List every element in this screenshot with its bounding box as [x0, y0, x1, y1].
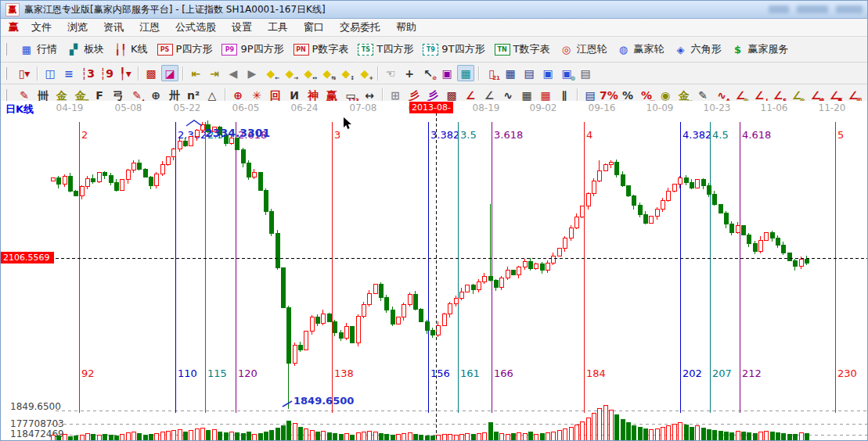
tool-pattern-tool-button[interactable]: ▦	[457, 65, 474, 81]
percent-tool-icon: 7%	[600, 90, 618, 101]
tool-first-page-button[interactable]: ⇤	[187, 65, 204, 81]
candle-body	[471, 285, 475, 290]
menu-item-6[interactable]: 工具	[260, 20, 296, 35]
window-title: 赢家江恩专业版[赢家内部服务平台] - [上证指数 SH1A0001-167日K…	[24, 3, 326, 16]
title-bar[interactable]: 赢 赢家江恩专业版[赢家内部服务平台] - [上证指数 SH1A0001-167…	[1, 1, 867, 19]
tool-next-page-button[interactable]: ▶	[243, 65, 261, 81]
tool-export-print-button[interactable]: ▤	[577, 65, 594, 81]
candle-body	[597, 170, 601, 181]
tool-cube-tool-button[interactable]: ▣	[438, 65, 456, 81]
tool-scroll-left-button[interactable]: ◆←	[262, 65, 279, 81]
grid-tool-icon: 卌	[38, 90, 49, 101]
tb-winner-service-button[interactable]: $赢家服务	[726, 41, 793, 58]
candle-body	[747, 235, 751, 243]
tb-t-table-button[interactable]: TNT数字表	[490, 41, 555, 58]
tool-expand-v-button[interactable]: ◆↕	[337, 65, 355, 81]
bow-tool-icon: 弓	[113, 90, 124, 101]
menu-item-8[interactable]: 交易委托	[332, 20, 388, 35]
tool-scroll-right-button[interactable]: ◆→	[281, 65, 298, 81]
tool-combine-3-button[interactable]: ┆3	[79, 65, 96, 81]
volume-bar	[540, 433, 544, 441]
tool-calculator-button[interactable]: ▦	[502, 65, 519, 81]
kline-chart-canvas[interactable]: 1849.65001777087031184724692922.3821102.…	[1, 101, 868, 441]
menu-item-4[interactable]: 公式选股	[167, 20, 224, 35]
toolbar-separator	[182, 66, 183, 81]
menu-item-9[interactable]: 帮助	[388, 20, 424, 35]
volume-bar	[494, 432, 498, 441]
tool-calendar-button[interactable]: ▯21	[483, 65, 500, 81]
tool-single-candle-button[interactable]: ╿▾	[117, 65, 134, 81]
tool-notepad-button[interactable]: ▤	[520, 65, 538, 81]
tool-expand-h-button[interactable]: ◆↔	[300, 65, 317, 81]
tb-9t-square-button[interactable]: T99T四方形	[418, 41, 489, 58]
toolbar-drag-handle[interactable]	[5, 67, 10, 80]
tool-cancel-draw-button[interactable]: ↖⊘	[420, 65, 437, 81]
tool-hand-tool-button[interactable]: ☜	[382, 65, 399, 81]
volume-bar	[638, 427, 642, 441]
angle-mirror-icon: △	[208, 90, 217, 101]
volume-bar	[580, 421, 584, 441]
tool-save-web-button[interactable]: ▣◍	[558, 65, 575, 81]
candle-body	[540, 264, 544, 270]
toolbar-drag-handle[interactable]	[5, 43, 10, 56]
menu-item-5[interactable]: 设置	[224, 20, 260, 35]
gold-grid-icon: 金	[56, 90, 67, 101]
tool-color-histogram-button[interactable]: ◪	[161, 65, 178, 81]
chart-window-icon: ◫	[45, 68, 55, 79]
volume-bar	[724, 432, 728, 441]
tool-last-page-button[interactable]: ⇥	[206, 65, 223, 81]
candle-body	[85, 178, 89, 187]
winner-wheel-label: 赢家轮	[633, 42, 664, 56]
tool-maze-tool-button[interactable]: ▩	[142, 65, 160, 81]
tool-save-button[interactable]: ▣	[539, 65, 556, 81]
menu-item-7[interactable]: 窗口	[296, 20, 332, 35]
tb-gann-wheel-button[interactable]: ◎江恩轮	[554, 41, 611, 58]
tb-hexagon-button[interactable]: ◈六角形	[668, 41, 726, 58]
candle-body	[614, 162, 618, 175]
candle-body	[477, 281, 481, 290]
chart-text: 3	[334, 129, 340, 141]
volume-bar	[68, 436, 72, 441]
tool-info-panel-button[interactable]: ≡	[60, 65, 77, 81]
tb-p-square-button[interactable]: PSP四方形	[153, 41, 218, 58]
candle-body	[580, 206, 584, 217]
tb-quotes-button[interactable]: ▦行情	[15, 41, 62, 58]
mouse-cursor	[344, 117, 351, 129]
chart-text: 212	[742, 368, 762, 379]
tool-crosshair-tool-button[interactable]: +	[401, 65, 418, 81]
tb-9p-square-button[interactable]: P99P四方形	[217, 41, 288, 58]
winner-service-label: 赢家服务	[747, 42, 788, 56]
volume-bar	[379, 433, 383, 441]
volume-bar	[534, 434, 538, 441]
tb-t-square-button[interactable]: TST四方形	[353, 41, 418, 58]
volume-bar	[655, 428, 659, 441]
tb-winner-wheel-button[interactable]: ◍赢家轮	[611, 41, 668, 58]
toolbar-drag-handle[interactable]	[5, 89, 10, 102]
chart-text: 3.5	[460, 129, 477, 141]
fit-screen-icon: ◆	[361, 68, 369, 79]
tb-blocks-button[interactable]: ▞板块	[62, 41, 109, 58]
volume-bar	[252, 434, 256, 441]
tb-p-table-button[interactable]: PNP数字表	[289, 41, 354, 58]
tool-prev-page-button[interactable]: ◀	[225, 65, 242, 81]
crosshair-tool-icon: +	[405, 68, 414, 79]
tool-chart-window-button[interactable]: ◫	[41, 65, 59, 81]
chart-text: 3.618	[494, 129, 523, 141]
calculator-icon: ▦	[505, 68, 515, 79]
tool-period-selector-button[interactable]: ▯▾	[16, 65, 33, 81]
menu-item-1[interactable]: 浏览	[59, 20, 95, 35]
chart-text: 115	[207, 368, 227, 379]
menu-item-2[interactable]: 资讯	[95, 20, 131, 35]
menu-item-3[interactable]: 江恩	[131, 20, 167, 35]
volume-bar	[793, 434, 797, 441]
candle-body	[356, 316, 360, 343]
tool-combine-9-button[interactable]: ┆9	[98, 65, 115, 81]
candle-body	[241, 149, 245, 163]
angle-line-icon: ∠	[466, 90, 476, 101]
tool-shrink-h-button[interactable]: ◆⇆	[319, 65, 336, 81]
expand-h-overlay-glyph: ↔	[312, 76, 317, 81]
volume-bar	[672, 424, 676, 441]
menu-item-0[interactable]: 文件	[23, 20, 59, 35]
tb-kline-button[interactable]: ╽╿K线	[109, 41, 153, 58]
tool-fit-screen-button[interactable]: ◆+	[356, 65, 373, 81]
